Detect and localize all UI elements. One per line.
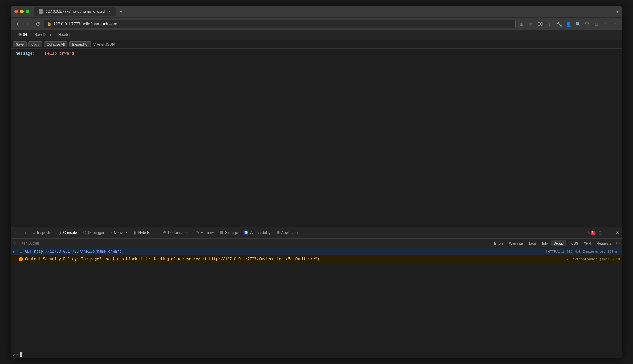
reload-button[interactable] — [34, 20, 42, 28]
console-cursor — [20, 352, 22, 357]
console-tab-errors[interactable]: Errors — [492, 240, 506, 246]
console-message: GET http://127.0.0.1:7777/hello?name=drw… — [25, 250, 544, 254]
devtools-tab-application[interactable]: ⊞ Application — [274, 229, 303, 237]
devtools-picker-icon[interactable]: 🔧 — [555, 20, 563, 28]
url-text: 127.0.0.1:7777/hello?name=drward — [53, 22, 512, 26]
console-filter-tabs: Errors Warnings Logs Info Debug — [492, 240, 566, 246]
close-button[interactable] — [14, 10, 18, 13]
browser-window: 127.0.0.1:7777/hello?name=drward × + ▾ — [11, 6, 622, 358]
json-viewer: JSON Raw Data Headers Save Copy Collapse… — [11, 30, 622, 227]
shield-icon[interactable]: 🛡 — [583, 20, 591, 28]
minimize-button[interactable] — [20, 10, 24, 13]
console-tab-logs[interactable]: Logs — [527, 240, 539, 246]
devtools-tabs: ☐ Inspector ❯ Console ⬡ Debugger ↕ Netwo… — [29, 229, 587, 237]
devtools-console-icon[interactable]: □ — [21, 229, 28, 237]
devtools-tab-performance[interactable]: ⏱ Performance — [160, 229, 193, 237]
favicon-loader-link[interactable]: 2 — [567, 257, 569, 261]
expand-all-button[interactable]: Expand All — [69, 41, 91, 47]
extensions-icon[interactable]: ⊞ — [518, 20, 526, 28]
console-settings-icon[interactable]: ⚙ — [616, 241, 620, 245]
devtools-left-icons: ⊹ □ — [12, 229, 29, 237]
filter-icon: ▽ — [93, 42, 96, 46]
tab-raw-data[interactable]: Raw Data — [31, 31, 55, 39]
json-tabs-bar: JSON Raw Data Headers — [11, 30, 622, 40]
forward-button[interactable] — [24, 20, 32, 28]
error-count: 3 — [591, 231, 595, 235]
copy-button[interactable]: Copy — [28, 41, 42, 47]
filter-json-label: Filter JSON — [97, 42, 115, 46]
profile-icon[interactable]: 👤 — [564, 20, 572, 28]
accessibility-tab-label: Accessibility — [250, 231, 270, 235]
console-message: Content Security Policy: The page's sett… — [25, 257, 563, 261]
storage-tab-label: Storage — [225, 231, 238, 235]
collapse-all-button[interactable]: Collapse All — [44, 41, 67, 47]
devtools-right-icons: ⚠ 3 ⊟ ⋯ ✕ — [587, 229, 621, 237]
devtools-split-icon[interactable]: ⊟ — [596, 229, 604, 237]
console-row[interactable]: ▶ ℹ GET http://127.0.0.1:7777/hello?name… — [11, 248, 622, 255]
tab-headers[interactable]: Headers — [55, 31, 76, 39]
tab-json[interactable]: JSON — [13, 31, 31, 39]
menu-icon[interactable]: ≡ — [611, 20, 619, 28]
console-filter-bar: ▽ Errors Warnings Logs Info Debug CSS XH… — [11, 239, 622, 248]
new-tab-button[interactable]: + — [117, 7, 125, 16]
content-area: JSON Raw Data Headers Save Copy Collapse… — [11, 30, 622, 358]
url-security-icon: 🔒 — [47, 22, 52, 26]
warning-bullet-icon: ! — [19, 257, 23, 261]
download-icon[interactable]: ↓ — [546, 20, 554, 28]
inspector-icon: ☐ — [32, 231, 36, 235]
console-tab-warnings[interactable]: Warnings — [507, 240, 526, 246]
console-tab-debug[interactable]: Debug — [551, 240, 566, 246]
filter-json-toggle[interactable]: ▽ Filter JSON — [93, 42, 115, 46]
performance-icon: ⏱ — [163, 231, 166, 235]
inspector-tab-label: Inspector — [37, 231, 52, 235]
devtools-more-icon[interactable]: ⋯ — [605, 229, 612, 237]
css-xhr-tabs: CSS XHR Requests — [569, 240, 614, 246]
accessibility-icon: ♿ — [244, 231, 248, 235]
tab-list-dropdown-icon[interactable]: ▾ — [616, 9, 619, 14]
maximize-button[interactable] — [26, 10, 29, 13]
console-row[interactable]: ! Content Security Policy: The page's se… — [11, 255, 622, 263]
console-tab-info[interactable]: Info — [540, 240, 550, 246]
console-source: [HTTP/1.1 501 Not Implemented 303ms] — [546, 250, 620, 254]
title-bar-right: ▾ — [616, 9, 619, 14]
debugger-tab-label: Debugger — [88, 231, 104, 235]
devtools-close-icon[interactable]: ✕ — [614, 229, 621, 237]
devtools-tabs-bar: ⊹ □ ☐ Inspector ❯ Console ⬡ Debugger — [11, 227, 622, 239]
application-tab-label: Application — [281, 231, 300, 235]
devtools-tab-debugger[interactable]: ⬡ Debugger — [80, 229, 107, 237]
tab-title: 127.0.0.1:7777/hello?name=drward — [46, 9, 105, 14]
console-tab-xhr[interactable]: XHR — [581, 240, 593, 246]
memory-icon: ◎ — [196, 231, 199, 235]
devtools-tab-inspector[interactable]: ☐ Inspector — [29, 229, 56, 237]
json-key: message: — [16, 51, 35, 56]
devtools-tab-console[interactable]: ❯ Console — [56, 229, 80, 237]
pocket-icon[interactable]: Ꙭ — [536, 20, 544, 28]
back-button[interactable] — [14, 20, 22, 28]
url-bar[interactable]: 🔒 127.0.0.1:7777/hello?name=drward — [44, 20, 516, 28]
devtools-tab-storage[interactable]: ▦ Storage — [217, 229, 241, 237]
devtools-tab-accessibility[interactable]: ♿ Accessibility — [241, 229, 273, 237]
console-output: ▶ ℹ GET http://127.0.0.1:7777/hello?name… — [11, 248, 622, 351]
devtools-panel: ⊹ □ ☐ Inspector ❯ Console ⬡ Debugger — [11, 227, 622, 358]
browser-tab-active[interactable]: 127.0.0.1:7777/hello?name=drward × — [34, 7, 116, 16]
debugger-icon: ⬡ — [83, 231, 86, 235]
console-icon: ❯ — [59, 231, 61, 235]
search-icon[interactable]: 🔍 — [574, 20, 582, 28]
console-tab-requests[interactable]: Requests — [594, 240, 614, 246]
application-icon: ⊞ — [277, 231, 280, 235]
share-icon[interactable]: ↑ — [602, 20, 610, 28]
devtools-tab-network[interactable]: ↕ Network — [107, 229, 131, 237]
devtools-tab-style-editor[interactable]: {} Style Editor — [131, 229, 160, 237]
filter-output-icon: ▽ — [13, 241, 16, 245]
bookmark-icon[interactable]: ☆ — [527, 20, 535, 28]
filter-output-input[interactable] — [18, 241, 489, 245]
container-icon[interactable]: □ — [592, 20, 601, 28]
json-action-bar: Save Copy Collapse All Expand All ▽ Filt… — [11, 40, 622, 49]
devtools-tab-memory[interactable]: ◎ Memory — [193, 229, 217, 237]
nav-icons-right: ⊞ ☆ Ꙭ ↓ 🔧 👤 🔍 🛡 □ ↑ ≡ — [518, 20, 619, 28]
expand-icon[interactable]: ▶ — [13, 250, 17, 254]
console-tab-css[interactable]: CSS — [569, 240, 581, 246]
save-button[interactable]: Save — [13, 41, 27, 47]
tab-close-icon[interactable]: × — [107, 9, 111, 14]
devtools-pick-element-icon[interactable]: ⊹ — [12, 229, 19, 237]
